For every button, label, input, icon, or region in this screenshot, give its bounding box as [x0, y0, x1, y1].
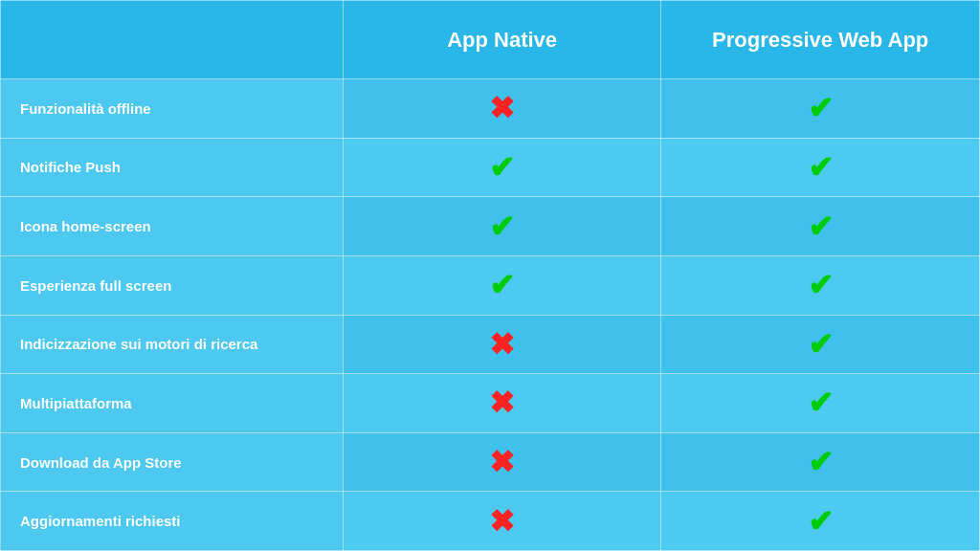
check-icon: ✔: [808, 90, 834, 126]
feature-label: Funzionalità offline: [1, 79, 344, 139]
table-row: Notifiche Push✔✔: [1, 138, 980, 197]
header-col1: App Native: [343, 1, 661, 79]
cross-icon: ✖: [489, 444, 515, 480]
comparison-table: App Native Progressive Web App Funzional…: [0, 0, 980, 551]
table-row: Download da App Store✖✔: [1, 432, 980, 492]
cross-icon: ✖: [489, 90, 515, 126]
col2-cell: ✔: [661, 79, 980, 139]
check-icon: ✔: [489, 209, 515, 245]
feature-label: Indicizzazione sui motori di ricerca: [1, 315, 344, 374]
col1-cell: ✖: [343, 315, 661, 374]
col1-cell: ✖: [343, 492, 661, 551]
check-icon: ✔: [489, 267, 515, 303]
col2-cell: ✔: [661, 138, 980, 197]
feature-label: Esperienza full screen: [1, 255, 344, 315]
check-icon: ✔: [808, 503, 834, 540]
header-feature-col: [1, 1, 344, 79]
header-col2: Progressive Web App: [661, 1, 980, 79]
col2-cell: ✔: [661, 374, 980, 433]
col2-cell: ✔: [661, 432, 980, 492]
col1-cell: ✔: [343, 255, 661, 315]
feature-label: Notifiche Push: [1, 138, 344, 197]
col1-cell: ✖: [343, 432, 661, 492]
table-row: Icona home-screen✔✔: [1, 197, 980, 256]
check-icon: ✔: [808, 326, 834, 363]
check-icon: ✔: [808, 385, 834, 421]
table-row: Esperienza full screen✔✔: [1, 255, 980, 315]
col1-cell: ✔: [343, 197, 661, 256]
table-row: Funzionalità offline✖✔: [1, 79, 980, 139]
cross-icon: ✖: [489, 326, 515, 363]
table-row: Indicizzazione sui motori di ricerca✖✔: [1, 315, 980, 374]
feature-label: Icona home-screen: [1, 197, 344, 256]
feature-label: Download da App Store: [1, 432, 344, 492]
feature-label: Aggiornamenti richiesti: [1, 492, 344, 551]
check-icon: ✔: [808, 149, 834, 186]
check-icon: ✔: [808, 209, 834, 245]
table-row: Multipiattaforma✖✔: [1, 374, 980, 433]
col1-cell: ✖: [343, 79, 661, 139]
cross-icon: ✖: [489, 385, 515, 421]
check-icon: ✔: [808, 267, 834, 303]
cross-icon: ✖: [489, 503, 515, 540]
col1-cell: ✖: [343, 374, 661, 433]
table-row: Aggiornamenti richiesti✖✔: [1, 492, 980, 551]
col2-cell: ✔: [661, 492, 980, 551]
check-icon: ✔: [489, 149, 515, 186]
col2-cell: ✔: [661, 197, 980, 256]
col1-cell: ✔: [343, 138, 661, 197]
feature-label: Multipiattaforma: [1, 374, 344, 433]
check-icon: ✔: [808, 444, 834, 480]
col2-cell: ✔: [661, 315, 980, 374]
col2-cell: ✔: [661, 255, 980, 315]
